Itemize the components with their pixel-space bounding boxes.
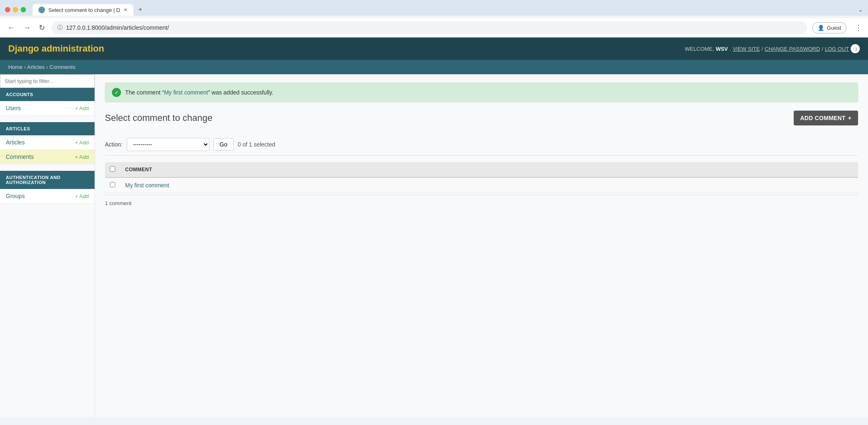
comment-cell: My first comment	[120, 177, 858, 193]
sidebar-articles-add-link[interactable]: + Add	[75, 139, 89, 146]
select-all-header	[105, 162, 120, 177]
breadcrumb-nav: Home › Articles › Comments	[0, 60, 868, 74]
sidebar-section-auth: AUTHENTICATION AND AUTHORIZATION	[0, 171, 95, 189]
profile-button[interactable]: 👤 Guest	[812, 22, 847, 33]
select-all-checkbox[interactable]	[110, 166, 115, 172]
active-tab[interactable]: 🌐 Select comment to change | D ✕	[33, 4, 133, 16]
page-title: Select comment to change	[105, 113, 212, 123]
selected-count: 0 of 1 selected	[238, 141, 275, 148]
back-button[interactable]: ←	[6, 22, 17, 34]
add-comment-button[interactable]: ADD COMMENT +	[794, 111, 858, 125]
admin-body: ACCOUNTS Users + Add ARTICLES Articles +…	[0, 74, 868, 417]
refresh-button[interactable]: ↻	[37, 21, 47, 34]
view-site-link[interactable]: VIEW SITE	[733, 46, 760, 52]
url-bar[interactable]: ⓘ 127.0.0.1:8000/admin/articles/comment/	[52, 21, 807, 34]
page-header: Select comment to change ADD COMMENT +	[105, 111, 858, 125]
sidebar-users-link[interactable]: Users	[6, 105, 21, 111]
sidebar-articles-link[interactable]: Articles	[6, 139, 25, 146]
success-suffix: ” was added successfully.	[208, 89, 273, 96]
close-button[interactable]	[5, 7, 10, 12]
browser-menu-button[interactable]: ⋮	[855, 23, 862, 32]
action-label: Action:	[105, 141, 123, 148]
add-comment-label: ADD COMMENT	[800, 115, 846, 121]
success-message: ✓ The comment “My first comment” was add…	[105, 83, 858, 102]
sidebar-users-add-link[interactable]: + Add	[75, 105, 89, 111]
sidebar-comments-link[interactable]: Comments	[6, 153, 34, 160]
traffic-lights	[5, 7, 26, 12]
url-text: 127.0.0.1:8000/admin/articles/comment/	[66, 24, 169, 31]
sidebar-groups-link[interactable]: Groups	[6, 193, 25, 199]
breadcrumb-articles[interactable]: Articles	[27, 64, 45, 70]
sidebar-spacer-2	[0, 164, 95, 171]
browser-chrome: 🌐 Select comment to change | D ✕ + ⌄	[0, 0, 868, 16]
sidebar-item-groups: Groups + Add	[0, 189, 95, 203]
go-button[interactable]: Go	[213, 138, 234, 151]
tab-bar: 🌐 Select comment to change | D ✕ +	[33, 3, 855, 16]
url-security-icon: ⓘ	[57, 24, 63, 31]
content-area: ✓ The comment “My first comment” was add…	[95, 74, 868, 417]
comment-link[interactable]: My first comment	[125, 182, 169, 189]
forward-button[interactable]: →	[21, 22, 32, 34]
django-admin-title[interactable]: Django administration	[8, 43, 104, 54]
action-bar: Action: ---------- Go 0 of 1 selected	[105, 134, 858, 156]
django-header: Django administration WELCOME, WSV . VIE…	[0, 38, 868, 60]
theme-toggle-button[interactable]: ◑	[851, 44, 860, 53]
sidebar: ACCOUNTS Users + Add ARTICLES Articles +…	[0, 74, 95, 417]
breadcrumb-home[interactable]: Home	[8, 64, 23, 70]
row-count: 1 comment	[105, 195, 858, 211]
breadcrumb: Home › Articles › Comments	[8, 64, 860, 70]
row-checkbox-cell	[105, 177, 120, 193]
profile-label: Guest	[827, 25, 841, 31]
tab-title: Select comment to change | D	[48, 7, 120, 13]
results-table: COMMENT My first comment	[105, 162, 858, 193]
log-out-link[interactable]: LOG OUT	[825, 46, 849, 52]
sidebar-section-articles: ARTICLES	[0, 122, 95, 135]
tab-close-icon[interactable]: ✕	[123, 7, 128, 13]
comment-column-header: COMMENT	[120, 162, 858, 177]
address-bar: ← → ↻ ⓘ 127.0.0.1:8000/admin/articles/co…	[0, 18, 868, 38]
user-info-bar: WELCOME, WSV . VIEW SITE / CHANGE PASSWO…	[685, 44, 860, 53]
sidebar-comments-add-link[interactable]: + Add	[75, 154, 89, 160]
tab-favicon-icon: 🌐	[38, 7, 45, 13]
success-prefix: The comment “	[125, 89, 164, 96]
welcome-text: WELCOME,	[685, 46, 714, 52]
browser-titlebar: 🌐 Select comment to change | D ✕ + ⌄	[5, 3, 863, 16]
table-row: My first comment	[105, 177, 858, 193]
sidebar-section-accounts: ACCOUNTS	[0, 88, 95, 101]
new-tab-button[interactable]: +	[134, 3, 146, 16]
sidebar-item-comments: Comments + Add	[0, 150, 95, 164]
breadcrumb-current: Comments	[50, 64, 76, 70]
profile-icon: 👤	[818, 25, 824, 31]
sidebar-item-users: Users + Add	[0, 101, 95, 116]
action-select[interactable]: ----------	[127, 138, 209, 151]
separator: .	[730, 46, 731, 52]
success-icon: ✓	[112, 88, 121, 97]
success-comment-link[interactable]: My first comment	[164, 89, 208, 96]
browser-dropdown-icon[interactable]: ⌄	[858, 6, 863, 13]
sidebar-filter-input[interactable]	[0, 74, 95, 88]
success-text: The comment “My first comment” was added…	[125, 89, 273, 96]
add-comment-icon: +	[848, 115, 851, 121]
row-checkbox[interactable]	[110, 182, 115, 187]
change-password-link[interactable]: CHANGE PASSWORD	[765, 46, 820, 52]
sidebar-item-articles: Articles + Add	[0, 135, 95, 150]
minimize-button[interactable]	[13, 7, 18, 12]
maximize-button[interactable]	[21, 7, 26, 12]
username: WSV	[716, 46, 728, 52]
sidebar-groups-add-link[interactable]: + Add	[75, 193, 89, 199]
sidebar-spacer-1	[0, 116, 95, 122]
